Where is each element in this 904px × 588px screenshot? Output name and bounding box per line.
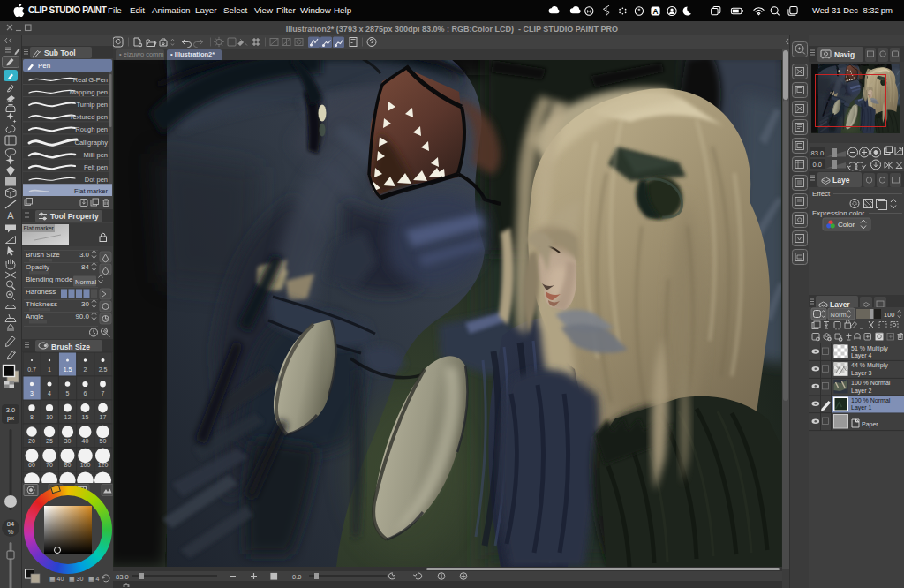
svg-text:15: 15 [82,414,89,420]
svg-text:12: 12 [64,414,72,420]
svg-text:2: 2 [84,366,87,373]
svg-text:8: 8 [30,414,34,420]
svg-text:Effect: Effect [812,190,831,198]
svg-text:Paper: Paper [862,421,878,428]
svg-text:Normal: Normal [75,278,97,286]
svg-text:Navig: Navig [834,50,855,59]
svg-text:Felt pen: Felt pen [84,163,108,171]
svg-text:0.0: 0.0 [292,573,301,581]
svg-text:Brush Size: Brush Size [26,251,60,259]
svg-text:Expression color: Expression color [812,209,864,217]
svg-text:▦ 4: ▦ 4 [88,576,100,582]
svg-text:20: 20 [28,438,35,444]
svg-text:Textured pen: Textured pen [70,113,108,121]
svg-text:3: 3 [30,390,34,396]
svg-text:50: 50 [100,438,107,444]
svg-text:Flat marker: Flat marker [74,187,108,195]
svg-text:80: 80 [64,462,72,468]
svg-text:Turnip pen: Turnip pen [76,101,108,109]
svg-text:%: % [8,528,14,536]
svg-text:10: 10 [46,414,53,420]
svg-text:100 % Normal: 100 % Normal [851,380,891,386]
svg-text:60: 60 [28,462,35,468]
svg-text:83.0: 83.0 [116,573,129,581]
svg-text:Sub Tool: Sub Tool [44,49,76,57]
svg-text:▦ 30: ▦ 30 [69,576,83,582]
svg-text:40: 40 [82,438,89,444]
svg-text:Milli pen: Milli pen [83,151,108,159]
svg-text:Color: Color [838,221,855,229]
svg-text:100: 100 [80,462,91,468]
svg-text:A: A [7,210,14,221]
svg-text:30: 30 [64,438,72,444]
svg-text:5: 5 [66,390,70,396]
svg-text:2.5: 2.5 [99,366,108,373]
svg-text:Opacity: Opacity [26,263,49,271]
svg-text:3.0: 3.0 [79,251,90,259]
svg-text:Real G-Pen: Real G-Pen [73,76,108,84]
svg-text:25: 25 [46,438,53,444]
svg-text:▦ 40: ▦ 40 [49,576,64,582]
svg-text:Layer 3: Layer 3 [851,370,871,377]
svg-text:30: 30 [81,300,89,308]
svg-text:Brush Size: Brush Size [51,343,90,351]
svg-text:44 % Multiply: 44 % Multiply [851,362,888,369]
svg-text:Hardness: Hardness [26,288,56,296]
svg-text:51 % Multiply: 51 % Multiply [851,345,888,352]
svg-text:Pen: Pen [38,62,50,70]
svg-text:120: 120 [98,462,109,468]
svg-text:70: 70 [46,462,53,468]
svg-text:A: A [652,6,658,15]
svg-text:3.0: 3.0 [6,406,15,414]
svg-text:7: 7 [102,390,105,396]
svg-text:1.5: 1.5 [64,366,72,373]
svg-text:83.0: 83.0 [811,149,825,157]
svg-text:Rough pen: Rough pen [75,125,108,133]
svg-text:Layer 2: Layer 2 [851,388,871,395]
svg-text:Layer 4: Layer 4 [851,352,871,359]
svg-text:90.0: 90.0 [75,313,89,320]
svg-text:Norm: Norm [831,311,847,319]
svg-text:0.0: 0.0 [813,161,822,169]
svg-text:Blending mode: Blending mode [26,275,73,283]
svg-text:0.7: 0.7 [27,366,36,373]
svg-text:84: 84 [7,520,14,528]
svg-text:Flat marker: Flat marker [24,225,55,231]
svg-text:Layer 1: Layer 1 [851,404,871,411]
svg-text:Thickness: Thickness [26,300,57,308]
svg-text:px: px [7,414,14,422]
svg-text:17: 17 [100,414,107,420]
svg-text:100 % Normal: 100 % Normal [851,397,891,403]
svg-text:Tool Property: Tool Property [50,212,99,221]
svg-text:Mapping pen: Mapping pen [70,88,108,96]
svg-text:100: 100 [884,311,895,319]
svg-text:1: 1 [48,366,51,373]
svg-text:Calligraphy: Calligraphy [74,139,108,147]
svg-text:84: 84 [81,263,89,271]
svg-text:Dot pen: Dot pen [85,176,108,184]
svg-text:6: 6 [84,390,87,396]
svg-text:Laye: Laye [832,176,850,185]
svg-text:Angle: Angle [26,313,44,320]
svg-text:4: 4 [48,390,51,396]
